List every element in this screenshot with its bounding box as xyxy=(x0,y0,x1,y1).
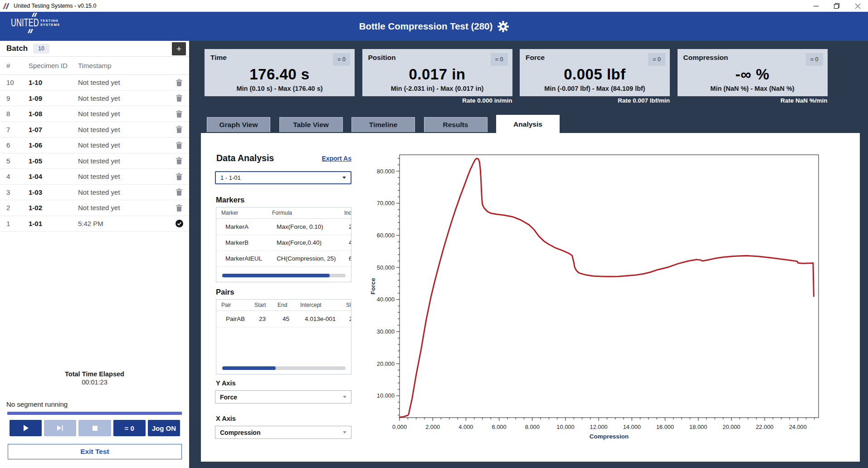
table-cell: 4.013e-001 xyxy=(305,315,336,322)
specimen-id: 1-09 xyxy=(29,94,78,102)
specimen-number: 1 xyxy=(0,220,29,227)
jog-button[interactable]: Jog ON xyxy=(148,420,180,436)
markers-table: MarkerFormulaIndMarkerAMax(Force, 0.10)2… xyxy=(216,207,351,282)
tab-table-view[interactable]: Table View xyxy=(279,117,343,132)
specimen-select-value: 1 - 1-01 xyxy=(220,174,241,181)
metric-zero-button[interactable]: = 0 xyxy=(491,53,508,66)
metric-value: 176.40 s xyxy=(210,66,349,83)
specimen-row[interactable]: 6 1-06 Not tested yet xyxy=(0,138,189,153)
table-row[interactable]: PairAB23454.013e-0012 xyxy=(216,311,351,327)
specimen-number: 4 xyxy=(0,172,29,180)
table-row[interactable]: MarkerBMax(Force,0.40)4 xyxy=(216,235,351,251)
restore-icon xyxy=(834,3,839,9)
delete-specimen-icon[interactable] xyxy=(176,126,182,133)
delete-specimen-icon[interactable] xyxy=(176,79,182,86)
table-column-header: Formula xyxy=(272,210,292,216)
y-tick-label: 30.000 xyxy=(377,328,395,335)
table-column-header: Start xyxy=(254,302,266,308)
x-axis-title: Compression xyxy=(590,433,629,440)
delete-specimen-icon[interactable] xyxy=(176,157,182,164)
table-cell: 2 xyxy=(349,315,351,322)
horizontal-scrollbar[interactable] xyxy=(222,274,346,277)
table-row[interactable]: MarkerAtEULCH(Compression, 25)6 xyxy=(216,251,351,267)
metric-zero-button[interactable]: = 0 xyxy=(648,53,665,66)
table-cell: 45 xyxy=(283,315,289,322)
specimen-row[interactable]: 9 1-09 Not tested yet xyxy=(0,91,189,107)
delete-specimen-icon[interactable] xyxy=(176,204,182,212)
metric-value: -∞ % xyxy=(683,66,822,83)
stop-button[interactable] xyxy=(78,420,111,436)
minimize-icon xyxy=(814,4,819,9)
x-tick-label: 0.000 xyxy=(392,424,407,430)
x-tick-label: 4.000 xyxy=(458,424,473,430)
tested-check-icon xyxy=(176,220,183,227)
metric-card-force: Force = 0 0.005 lbf Min (-0.007 lbf) - M… xyxy=(520,49,670,96)
specimen-row[interactable]: 8 1-08 Not tested yet xyxy=(0,106,189,122)
tab-results[interactable]: Results xyxy=(424,117,488,132)
delete-specimen-icon[interactable] xyxy=(176,94,182,102)
specimen-sidebar: Batch 10 + # Specimen ID Timestamp 10 1-… xyxy=(0,41,189,468)
specimen-row[interactable]: 1 1-01 5:42 PM xyxy=(0,216,189,232)
play-icon xyxy=(23,425,29,431)
specimen-id: 1-08 xyxy=(29,110,78,118)
specimen-row[interactable]: 4 1-04 Not tested yet xyxy=(0,169,189,185)
settings-gear-icon[interactable] xyxy=(497,21,509,32)
restore-button[interactable] xyxy=(826,0,847,12)
specimen-row[interactable]: 10 1-10 Not tested yet xyxy=(0,75,189,91)
metric-name: Position xyxy=(368,54,396,62)
delete-specimen-icon[interactable] xyxy=(176,110,182,118)
tab-analysis[interactable]: Analysis xyxy=(496,115,560,133)
delete-specimen-icon[interactable] xyxy=(176,188,182,196)
delete-specimen-icon[interactable] xyxy=(176,173,182,180)
column-header-num: # xyxy=(0,62,29,69)
specimen-number: 10 xyxy=(0,79,29,86)
specimen-row[interactable]: 7 1-07 Not tested yet xyxy=(0,122,189,138)
table-cell: MarkerAtEUL xyxy=(225,255,262,262)
batch-label: Batch xyxy=(6,44,28,53)
minimize-button[interactable] xyxy=(805,0,826,12)
segment-status: No segment running xyxy=(6,400,183,408)
analysis-title: Data Analysis xyxy=(216,153,274,163)
specimen-row[interactable]: 2 1-02 Not tested yet xyxy=(0,200,189,216)
specimen-row[interactable]: 5 1-05 Not tested yet xyxy=(0,153,189,169)
play-button[interactable] xyxy=(10,420,42,436)
x-tick-label: 14.000 xyxy=(623,424,641,430)
y-tick-label: 60.000 xyxy=(377,232,395,239)
specimen-timestamp: Not tested yet xyxy=(78,79,169,86)
specimen-select[interactable]: 1 - 1-01 xyxy=(215,171,351,184)
metric-minmax: Min (-0.007 lbf) - Max (84.109 lbf) xyxy=(526,85,664,92)
tab-timeline[interactable]: Timeline xyxy=(351,117,415,132)
metric-name: Compression xyxy=(683,54,728,62)
specimen-number: 6 xyxy=(0,141,29,149)
x-tick-label: 12.000 xyxy=(590,424,608,430)
metric-value: 0.017 in xyxy=(368,66,507,83)
specimen-row[interactable]: 3 1-03 Not tested yet xyxy=(0,185,189,201)
metric-zero-button[interactable]: = 0 xyxy=(806,53,823,66)
stop-icon xyxy=(93,426,98,431)
horizontal-scrollbar[interactable] xyxy=(222,366,346,370)
specimen-id: 1-04 xyxy=(29,172,78,180)
add-specimen-button[interactable]: + xyxy=(172,42,186,55)
exit-test-button[interactable]: Exit Test xyxy=(8,444,182,459)
delete-specimen-icon[interactable] xyxy=(176,142,182,149)
y-tick-label: 20.000 xyxy=(377,360,395,367)
table-column-header: Intercept xyxy=(300,302,322,308)
y-tick-label: 80.000 xyxy=(377,168,395,175)
y-tick-label: 50.000 xyxy=(377,264,395,271)
step-button[interactable] xyxy=(44,420,76,436)
x-tick-label: 2.000 xyxy=(425,424,440,430)
specimen-number: 2 xyxy=(0,204,29,212)
specimen-id: 1-07 xyxy=(29,126,78,133)
close-button[interactable] xyxy=(847,0,868,12)
x-axis-select[interactable]: Compression xyxy=(215,426,351,439)
metric-zero-button[interactable]: = 0 xyxy=(333,53,350,66)
export-as-link[interactable]: Export As xyxy=(322,155,351,162)
x-tick-label: 6.000 xyxy=(492,424,507,430)
tab-graph-view[interactable]: Graph View xyxy=(207,117,270,132)
metric-card-time: Time = 0 176.40 s Min (0.10 s) - Max (17… xyxy=(205,49,355,96)
y-axis-select[interactable]: Force xyxy=(215,390,351,404)
zero-button[interactable]: = 0 xyxy=(113,420,146,436)
main-area: Time = 0 176.40 s Min (0.10 s) - Max (17… xyxy=(189,41,868,468)
table-row[interactable]: MarkerAMax(Force, 0.10)2 xyxy=(216,219,351,235)
specimen-number: 5 xyxy=(0,157,29,165)
